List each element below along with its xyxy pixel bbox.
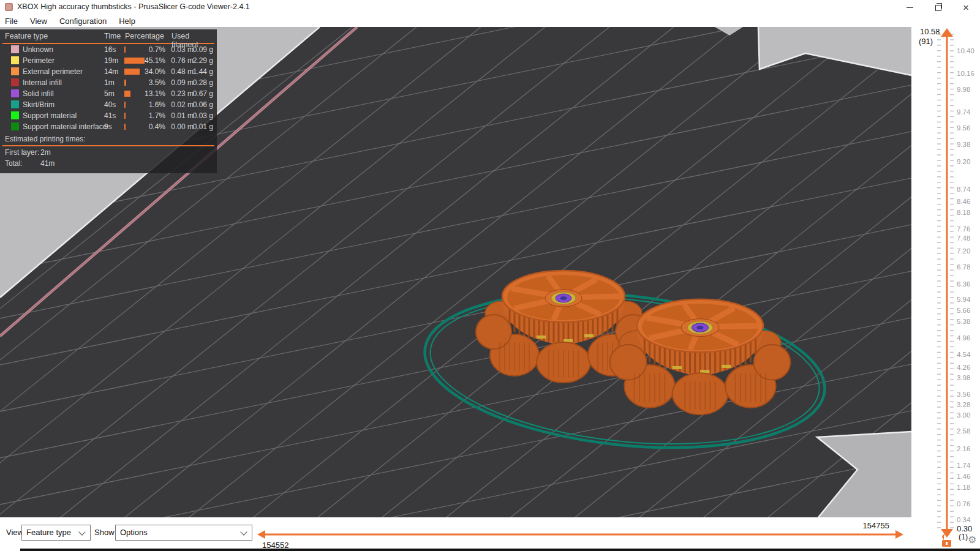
layer-tick-label: 3.00 xyxy=(957,411,970,419)
feature-time: 5m xyxy=(104,89,115,98)
layer-tick-label: 1.74 xyxy=(957,462,970,469)
layer-tick-label: 3.56 xyxy=(957,391,970,398)
feature-color-swatch xyxy=(11,122,19,130)
legend-row: Support material 41s 1.7% 0.01 m 0.03 g xyxy=(0,110,217,121)
first-layer-value: 2m xyxy=(40,148,51,157)
layer-tick-label: 3.98 xyxy=(957,374,970,381)
bottom-layer-z-value: 0.30 xyxy=(957,524,972,533)
percentage-bar xyxy=(124,91,130,97)
menu-help[interactable]: Help xyxy=(113,15,141,27)
feature-time: 1m xyxy=(104,78,115,87)
menu-file[interactable]: File xyxy=(0,15,24,27)
col-percentage: Percentage xyxy=(125,32,164,40)
gear-icon[interactable]: ⚙ xyxy=(968,534,976,545)
layer-tick-label: 4.26 xyxy=(957,364,970,371)
bottom-layer-number: (1) xyxy=(959,533,968,541)
feature-label: Skirt/Brim xyxy=(23,100,55,109)
filament-weight: 1.44 g xyxy=(189,67,213,76)
feature-label: Solid infill xyxy=(23,89,54,98)
layer-tick-label: 10.40 xyxy=(957,47,974,54)
layer-tick-label: 8.74 xyxy=(957,186,970,193)
percentage-value: 1.6% xyxy=(137,100,165,109)
total-time-label: Total: xyxy=(5,159,23,168)
filament-weight: 0.28 g xyxy=(189,78,213,87)
filament-weight: 2.29 g xyxy=(189,56,213,65)
feature-color-swatch xyxy=(11,56,19,64)
feature-label: Unknown xyxy=(23,45,53,54)
layer-tick-label: 0.34 xyxy=(957,516,970,523)
percentage-value: 3.5% xyxy=(137,78,165,87)
bottom-toolbar: View Feature type Show Options 154755 15… xyxy=(0,517,911,551)
feature-color-swatch xyxy=(11,89,19,97)
percentage-bar xyxy=(124,102,126,108)
filament-weight: 0.67 g xyxy=(189,89,213,98)
horizontal-slider-right-handle[interactable] xyxy=(895,530,903,539)
feature-label: Internal infill xyxy=(23,78,62,87)
layer-tick-label: 5.38 xyxy=(957,318,970,325)
layer-tick-label: 7.48 xyxy=(957,234,970,242)
percentage-bar xyxy=(124,124,126,130)
first-layer-row: First layer: 2m xyxy=(0,146,217,157)
legend-row: Support material interface 9s 0.4% 0.00 … xyxy=(0,121,217,132)
first-layer-label: First layer: xyxy=(5,148,39,157)
feature-time: 9s xyxy=(104,122,112,131)
legend-panel: Feature type Time Percentage Used filame… xyxy=(0,29,217,173)
legend-rows: Unknown 16s 0.7% 0.03 m 0.09 g Perimeter… xyxy=(0,44,217,132)
percentage-value: 45.1% xyxy=(137,56,165,65)
col-time: Time xyxy=(104,32,121,40)
close-button[interactable]: × xyxy=(952,0,980,15)
percentage-value: 0.7% xyxy=(137,45,165,54)
vertical-slider-top-handle[interactable] xyxy=(941,28,953,37)
feature-color-swatch xyxy=(11,111,19,119)
layer-tick-label: 5.66 xyxy=(957,307,970,314)
maximize-button[interactable] xyxy=(924,0,952,15)
gcode-3d-viewport[interactable]: Feature type Time Percentage Used filame… xyxy=(0,27,911,517)
minimize-button[interactable] xyxy=(895,0,924,15)
percentage-bar xyxy=(124,47,126,53)
total-time-value: 41m xyxy=(40,159,55,168)
layer-tick-label: 8.46 xyxy=(957,198,970,205)
layer-tick-label: 9.98 xyxy=(957,86,970,93)
window-title: XBOX High accuracy thumbsticks - PrusaSl… xyxy=(17,2,250,11)
feature-label: Support material xyxy=(23,111,77,120)
feature-time: 14m xyxy=(104,67,118,76)
horizontal-slider-left-handle[interactable] xyxy=(257,530,265,539)
filament-weight: 0.09 g xyxy=(189,45,213,54)
layer-tick-label: 6.78 xyxy=(957,263,970,271)
menu-bar: File View Configuration Help xyxy=(0,15,980,28)
layer-tick-label: 10.16 xyxy=(957,70,974,77)
horizontal-move-slider[interactable] xyxy=(0,517,911,551)
layer-tick-label: 2.58 xyxy=(957,427,970,435)
layer-tick-label: 2.16 xyxy=(957,445,970,452)
layer-tick-label: 8.18 xyxy=(957,209,970,216)
filament-weight: 0.03 g xyxy=(189,111,213,120)
menu-view[interactable]: View xyxy=(24,15,53,27)
layer-tick-label: 9.56 xyxy=(957,124,970,132)
layer-slider-panel: 10.58 (91) 10.4010.169.989.749.569.389.2… xyxy=(911,27,980,551)
estimated-times-title-row: Estimated printing times: xyxy=(0,132,217,145)
menu-configuration[interactable]: Configuration xyxy=(53,15,113,27)
layer-tick-label: 4.54 xyxy=(957,351,970,358)
feature-time: 40s xyxy=(104,100,116,109)
total-time-row: Total: 41m xyxy=(0,157,217,168)
layer-tick-label: 3.28 xyxy=(957,401,970,408)
legend-row: Unknown 16s 0.7% 0.03 m 0.09 g xyxy=(0,44,217,55)
percentage-value: 34.0% xyxy=(137,67,165,76)
feature-color-swatch xyxy=(11,45,19,53)
filament-weight: 0.06 g xyxy=(189,100,213,109)
title-bar: XBOX High accuracy thumbsticks - PrusaSl… xyxy=(0,0,980,15)
restore-icon xyxy=(935,5,941,11)
layer-tick-label: 6.36 xyxy=(957,280,970,288)
legend-header-row: Feature type Time Percentage Used filame… xyxy=(0,29,217,43)
feature-color-swatch xyxy=(11,78,19,86)
feature-time: 41s xyxy=(104,111,116,120)
feature-time: 16s xyxy=(104,45,116,54)
feature-label: External perimeter xyxy=(23,67,83,76)
percentage-value: 13.1% xyxy=(137,89,165,98)
layer-tick-label: 0.76 xyxy=(957,500,970,508)
close-icon: × xyxy=(963,2,969,13)
feature-label: Support material interface xyxy=(23,122,107,131)
layer-tick-label: 1.46 xyxy=(957,473,970,480)
feature-color-swatch xyxy=(11,100,19,108)
estimated-times-title: Estimated printing times: xyxy=(5,135,85,143)
